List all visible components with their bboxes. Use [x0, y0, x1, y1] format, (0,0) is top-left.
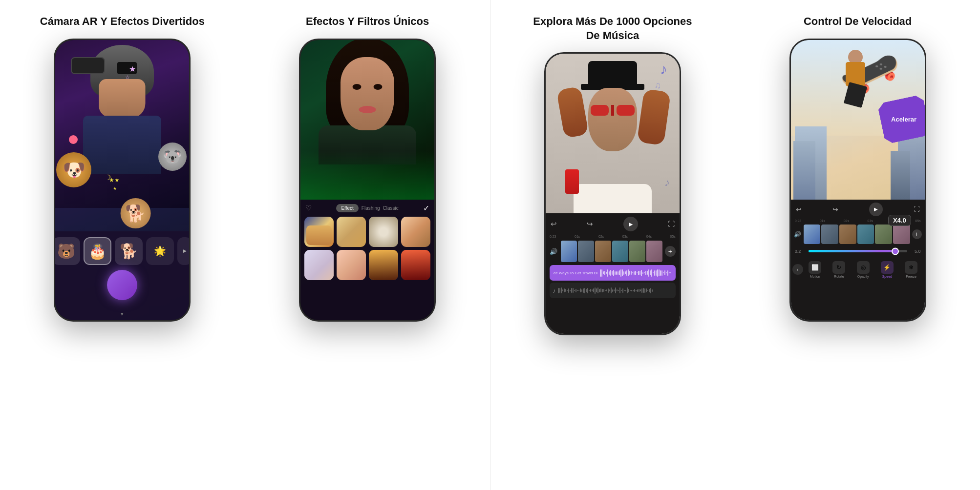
filter-thumb-6[interactable] [337, 250, 366, 280]
sticker-shiba[interactable]: 🐕 [115, 237, 143, 265]
effects-controls: ♡ Effect Flashing Classic ✓ [300, 200, 434, 320]
video-track: 🔊 + [546, 240, 680, 263]
motion-icon: ⬜ [809, 261, 821, 274]
sticker-row: 🐻 🎂 🐕 🌟 ▶ [55, 237, 189, 265]
filter-thumb-4[interactable] [401, 217, 430, 247]
video-clip-2[interactable] [578, 241, 594, 262]
speed-fullscreen-icon[interactable]: ⛶ [914, 205, 920, 213]
person-photo [300, 40, 434, 200]
panel1-title: Cámara AR Y Efectos Divertidos [40, 15, 205, 29]
speed-clip-4[interactable] [857, 225, 874, 244]
panel-music: Explora Más De 1000 Opciones De Música [490, 0, 735, 490]
sticker-bear[interactable]: 🐻 [55, 237, 80, 265]
sticker-more[interactable]: ▶ [177, 237, 189, 265]
dog-sticker-left: 🐶 [56, 152, 91, 187]
undo-icon[interactable]: ↩ [551, 220, 557, 228]
sticker-cake[interactable]: 🎂 [84, 237, 111, 265]
phone-2: ♡ Effect Flashing Classic ✓ [299, 39, 436, 322]
effects-tabs: ♡ Effect Flashing Classic ✓ [304, 204, 430, 213]
filter-thumb-2[interactable] [337, 217, 366, 247]
time-mark-5: 04s [646, 235, 652, 238]
filter-thumb-7[interactable] [369, 250, 398, 280]
toolbar-motion[interactable]: ⬜ Motion [803, 260, 827, 280]
music-timeline: ↩ ↪ ▶ ⛶ 0:23 01s 02s 03s 04s 05s [546, 213, 680, 334]
add-clip-button[interactable]: + [665, 246, 676, 257]
music-panel-bg: ♪ ♫ ♪ ↩ ↪ ▶ ⛶ [546, 54, 680, 334]
heart-icon[interactable]: ♡ [305, 204, 312, 212]
speed-undo-icon[interactable]: ↩ [796, 205, 802, 213]
check-icon[interactable]: ✓ [423, 204, 429, 213]
speed-timeline: ↩ ↪ ▶ ⛶ 0:23 01s 02s 03s 04s 05s [791, 200, 925, 320]
speed-add-button[interactable]: + [912, 229, 922, 239]
speed-slider-thumb[interactable] [892, 247, 899, 255]
video-clips [561, 241, 662, 262]
skater-photo: 🛹 Acelerar [791, 40, 925, 200]
audio-note-icon: ♪ [553, 287, 556, 294]
speed-slider-track[interactable] [809, 250, 907, 252]
music-audio-track[interactable]: ee Ways To Get Travel Discounts.MP3 // W… [550, 265, 676, 281]
speed-bottom-toolbar: ‹ ⬜ Motion ↻ Rotate ◎ Opacity [791, 258, 925, 282]
opacity-icon: ◎ [857, 261, 870, 274]
toolbar-back-icon[interactable]: ‹ [792, 264, 803, 275]
toolbar-speed[interactable]: ⚡ Speed [875, 260, 899, 280]
panel-ar-camera: Cámara AR Y Efectos Divertidos [0, 0, 245, 490]
speed-video-clips [804, 225, 910, 244]
tab-classic[interactable]: Classic [383, 205, 399, 211]
speaker-icon: 🔊 [550, 248, 558, 255]
speed-clip-2[interactable] [821, 225, 838, 244]
slider-max-label: 5.0 [910, 249, 921, 254]
time-ruler: 0:23 01s 02s 03s 04s 05s [546, 235, 680, 238]
phone-1: ★ ☆ ★★ ★ ☽ 🐶 🐨 🐕 [54, 39, 191, 322]
filter-thumb-8[interactable] [401, 250, 430, 280]
rotate-label: Rotate [834, 275, 844, 278]
video-clip-1[interactable] [561, 241, 577, 262]
tab-effect[interactable]: Effect [336, 204, 358, 212]
phone-4: 🛹 Acelerar [789, 39, 926, 322]
music-note-small: ♫ [654, 81, 661, 91]
filter-thumb-1[interactable] [304, 217, 334, 247]
play-button[interactable]: ▶ [623, 217, 638, 231]
video-clip-4[interactable] [612, 241, 628, 262]
sticker-moon[interactable]: 🌟 [146, 237, 174, 265]
video-clip-3[interactable] [595, 241, 611, 262]
speed-icon: ⚡ [881, 261, 894, 274]
dog-sticker-small: 🐕 [120, 198, 150, 228]
capture-button[interactable] [107, 270, 137, 300]
panel1-bg: ★ ☆ ★★ ★ ☽ 🐶 🐨 🐕 [55, 40, 189, 320]
filter-thumb-5[interactable] [304, 250, 334, 280]
music-note-mid: ♪ [664, 176, 670, 189]
music-waveform: // Will be generated by JS below [600, 268, 672, 277]
speed-clip-1[interactable] [804, 225, 821, 244]
audio-track[interactable]: ♪ [550, 283, 676, 298]
speed-play-button[interactable]: ▶ [869, 203, 883, 216]
toolbar-opacity[interactable]: ◎ Opacity [851, 260, 875, 280]
speed-redo-icon[interactable]: ↪ [832, 205, 838, 213]
phone3-screen: ♪ ♫ ♪ ↩ ↪ ▶ ⛶ [546, 54, 680, 334]
slider-min-label: 0.2 [795, 249, 806, 254]
speed-video-track: 🔊 + X4.0 [791, 224, 925, 245]
speed-badge: X4.0 [888, 215, 911, 226]
music-note-large: ♪ [660, 61, 667, 78]
redo-icon[interactable]: ↪ [587, 220, 593, 228]
panel3-title: Explora Más De 1000 Opciones De Música [527, 15, 698, 42]
tab-flashing[interactable]: Flashing [362, 205, 380, 211]
speed-clip-5[interactable] [875, 225, 892, 244]
fullscreen-icon[interactable]: ⛶ [668, 220, 675, 228]
opacity-label: Opacity [857, 275, 869, 278]
toolbar-rotate[interactable]: ↻ Rotate [827, 260, 851, 280]
speed-slider-row: 0.2 5.0 [791, 245, 925, 258]
panel4-title: Control De Velocidad [804, 15, 912, 29]
panel2-bg: ♡ Effect Flashing Classic ✓ [300, 40, 434, 320]
video-clip-5[interactable] [629, 241, 645, 262]
panel-speed: Control De Velocidad 🛹 [735, 0, 980, 490]
freeze-label: Freeze [906, 275, 916, 278]
video-clip-6[interactable] [646, 241, 662, 262]
time-mark-6: 05s [670, 235, 676, 238]
filter-grid [304, 217, 430, 280]
toolbar-freeze[interactable]: ❄ Freeze [899, 260, 923, 280]
time-mark-4: 03s [622, 235, 628, 238]
filter-thumb-3[interactable] [369, 217, 398, 247]
koala-sticker: 🐨 [158, 143, 187, 171]
speed-clip-3[interactable] [839, 225, 856, 244]
speed-clip-6[interactable] [893, 225, 910, 244]
